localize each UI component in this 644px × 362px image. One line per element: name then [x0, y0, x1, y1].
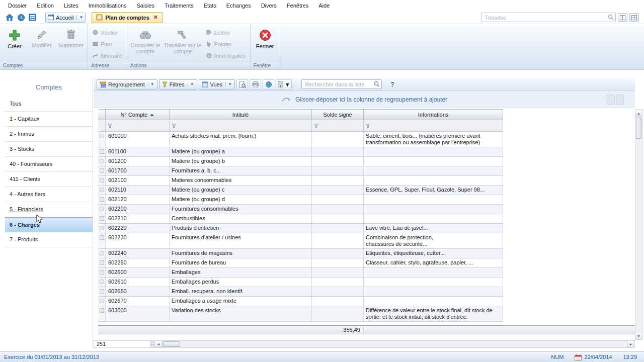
- menu-fenetres[interactable]: Fenêtres: [282, 1, 313, 10]
- table-row[interactable]: 602610 Emballages perdus: [98, 278, 503, 287]
- table-row[interactable]: 601700 Fournitures a, b, c...: [98, 166, 503, 176]
- itineraire-button[interactable]: Itinéraire: [90, 50, 125, 61]
- menu-etats[interactable]: Etats: [199, 1, 221, 10]
- chevron-down-icon[interactable]: ▼: [285, 81, 290, 87]
- preview-button[interactable]: [236, 79, 248, 89]
- lettrer-button[interactable]: Lettrer: [203, 27, 249, 38]
- row-selector[interactable]: [98, 297, 106, 306]
- filter-compte[interactable]: [106, 120, 170, 131]
- table-row[interactable]: 602220 Produits d'entretien Lave vitre, …: [98, 224, 503, 233]
- table-row[interactable]: 602670 Emballages a usage mixte: [98, 297, 503, 306]
- sidebar-item-clients[interactable]: 411 - Clients: [5, 172, 93, 187]
- scroll-left-icon[interactable]: ◄: [155, 341, 163, 347]
- scroll-right-icon[interactable]: ►: [627, 341, 634, 347]
- row-selector[interactable]: [98, 147, 106, 156]
- table-row[interactable]: 602110 Matiere (ou groupe) c Essence, GP…: [98, 186, 503, 195]
- row-selector[interactable]: [98, 233, 106, 248]
- sidebar-item-capitaux[interactable]: 1 - Capitaux: [5, 112, 93, 127]
- horizontal-scroll-thumb[interactable]: [163, 341, 180, 347]
- consulter-button[interactable]: Consulter le compte: [129, 25, 162, 62]
- menu-traitements[interactable]: Traitements: [159, 1, 199, 10]
- modifier-button[interactable]: Modifier: [28, 25, 56, 62]
- table-row[interactable]: 602240 Fournitures de magasins Etiquette…: [98, 249, 503, 258]
- sidebar-item-charges[interactable]: 6 - Charges: [5, 217, 93, 232]
- menu-dossier[interactable]: Dossier: [3, 1, 32, 10]
- sidebar-item-fournisseurs[interactable]: 40 - Fournisseurs: [5, 157, 93, 172]
- row-selector[interactable]: [98, 176, 106, 185]
- col-header-solde[interactable]: Solde signé: [312, 110, 364, 120]
- infos-legales-button[interactable]: Infos légales: [203, 50, 249, 61]
- row-selector[interactable]: [98, 205, 106, 214]
- menu-saisies[interactable]: Saisies: [132, 1, 159, 10]
- scroll-up-icon[interactable]: ▲: [635, 110, 642, 117]
- tab-close-icon[interactable]: ✕: [153, 14, 158, 21]
- table-row[interactable]: 602120 Matiere (ou groupe) d: [98, 195, 503, 205]
- row-selector[interactable]: [98, 258, 106, 267]
- menu-immobilisations[interactable]: Immobilisations: [84, 1, 132, 10]
- pointer-button[interactable]: Pointer: [203, 38, 249, 50]
- vertical-scrollbar[interactable]: ▲ ▼: [635, 109, 642, 340]
- table-row[interactable]: 602200 Fournitures consommables: [98, 205, 503, 214]
- sidebar-item-tous[interactable]: Tous: [5, 97, 93, 112]
- tab-plan-de-comptes[interactable]: Plan de comptes ✕: [92, 12, 163, 23]
- sidebar-item-produits[interactable]: 7 - Produits: [5, 232, 93, 247]
- table-row[interactable]: 602650 Emball. recupera. non identif.: [98, 287, 503, 297]
- table-row[interactable]: 602100 Matieres consommables: [98, 176, 503, 186]
- splitter-grip[interactable]: ▪▪: [150, 341, 155, 347]
- trouvtoo-input[interactable]: [481, 13, 616, 22]
- scroll-down-icon[interactable]: ▼: [635, 332, 642, 339]
- menu-divers[interactable]: Divers: [256, 1, 282, 10]
- chevron-down-icon[interactable]: ▼: [76, 15, 83, 20]
- floating-scroll-widget[interactable]: [607, 95, 624, 105]
- row-selector[interactable]: [98, 214, 106, 223]
- export-button[interactable]: ▼: [276, 79, 292, 89]
- col-header-informations[interactable]: Informations: [364, 110, 503, 120]
- sidebar-item-autres-tiers[interactable]: 4 - Autres tiers: [5, 187, 93, 202]
- filter-solde[interactable]: [312, 120, 364, 131]
- chevron-down-icon[interactable]: ▼: [188, 82, 194, 86]
- row-selector[interactable]: [98, 186, 106, 195]
- vues-button[interactable]: Vues ▼: [199, 79, 235, 89]
- layout-button-1[interactable]: [618, 13, 627, 22]
- calculator-button[interactable]: [27, 13, 38, 23]
- table-row[interactable]: 601200 Matiere (ou groupe) b: [98, 157, 503, 166]
- list-search-input[interactable]: [301, 79, 382, 89]
- menu-listes[interactable]: Listes: [59, 1, 84, 10]
- help-button[interactable]: ?: [390, 81, 394, 88]
- row-selector[interactable]: [98, 249, 106, 258]
- table-row[interactable]: 601100 Matiere (ou groupe) a: [98, 147, 503, 157]
- regroupement-button[interactable]: Regroupement ▼: [97, 79, 157, 89]
- menu-aide[interactable]: Aide: [313, 1, 335, 10]
- row-selector[interactable]: [98, 157, 106, 166]
- fermer-button[interactable]: Fermer: [252, 25, 278, 62]
- vertical-scroll-thumb[interactable]: [636, 118, 641, 139]
- sidebar-item-financiers[interactable]: 5 - Financiers: [5, 202, 93, 217]
- filtres-button[interactable]: Filtres ▼: [159, 79, 197, 89]
- plan-button[interactable]: Plan: [90, 38, 125, 50]
- supprimer-button[interactable]: Supprimer: [56, 25, 86, 62]
- row-selector[interactable]: [98, 195, 106, 204]
- travailler-button[interactable]: Travailler sur le compte: [162, 25, 203, 62]
- row-selector[interactable]: [98, 132, 106, 147]
- menu-echanges[interactable]: Echanges: [221, 1, 256, 10]
- group-by-bar[interactable]: Glisser-déposer ici la colonne de regrou…: [94, 91, 635, 108]
- col-header-intitule[interactable]: Intitulé: [170, 110, 312, 120]
- col-header-compte[interactable]: N° Compte: [106, 110, 170, 120]
- chevron-down-icon[interactable]: ▼: [225, 82, 232, 86]
- filter-informations[interactable]: [364, 120, 503, 131]
- filter-intitule[interactable]: [170, 120, 312, 131]
- refresh-button[interactable]: [263, 79, 274, 89]
- layout-button-2[interactable]: [629, 13, 639, 22]
- row-selector[interactable]: [98, 287, 106, 296]
- table-row[interactable]: 602230 Fournitures d'atelier / usines Co…: [98, 233, 503, 249]
- row-selector[interactable]: [98, 268, 106, 277]
- row-selector[interactable]: [98, 278, 106, 287]
- table-row[interactable]: 601000 Achats stockes mat. prem. (fourn.…: [98, 132, 503, 147]
- trouvtoo-search[interactable]: [481, 13, 616, 22]
- home-button[interactable]: [4, 13, 15, 23]
- menu-edition[interactable]: Edition: [32, 1, 59, 10]
- row-selector[interactable]: [98, 166, 106, 175]
- table-row[interactable]: 602250 Fournitures de bureau Classeur, c…: [98, 258, 503, 268]
- row-selector[interactable]: [98, 306, 106, 321]
- col-header-selector[interactable]: [98, 110, 106, 120]
